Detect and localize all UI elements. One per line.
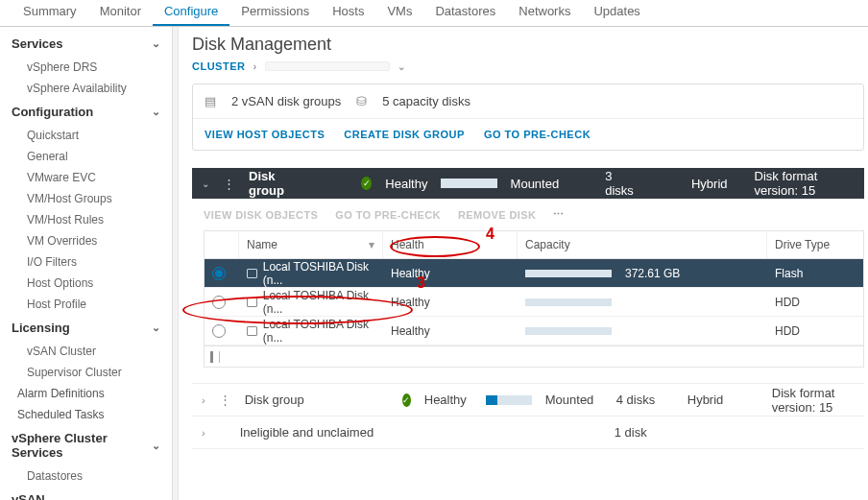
tab-vms[interactable]: VMs [375, 0, 423, 26]
tab-summary[interactable]: Summary [12, 0, 88, 26]
tab-permissions[interactable]: Permissions [229, 0, 321, 26]
summary-type: Hybrid [687, 393, 745, 407]
nav-i-o-filters[interactable]: I/O Filters [0, 251, 172, 273]
disk-name: Local TOSHIBA Disk (n... [263, 260, 375, 287]
more-actions-icon[interactable]: ⋮ [219, 393, 231, 407]
table-footer [205, 345, 863, 367]
tab-hosts[interactable]: Hosts [321, 0, 375, 26]
sort-icon[interactable]: ▾ [369, 238, 374, 251]
nav-alarm-definitions[interactable]: Alarm Definitions [0, 383, 172, 404]
nav-datastores[interactable]: Datastores [0, 465, 172, 487]
panel-action-go-to-pre-check[interactable]: GO TO PRE-CHECK [335, 209, 441, 221]
nav-general[interactable]: General [0, 146, 172, 167]
action-create-disk-group[interactable]: CREATE DISK GROUP [344, 129, 465, 140]
capacity-disks-count: 5 capacity disks [382, 94, 470, 108]
summary-disks: 4 disks [616, 393, 674, 407]
info-card: ▤ 2 vSAN disk groups ⛁ 5 capacity disks … [192, 83, 864, 151]
disk-health: Healthy [391, 324, 430, 338]
tab-datastores[interactable]: Datastores [423, 0, 507, 26]
disk-icon [247, 326, 257, 336]
chevron-right-icon[interactable]: › [202, 427, 205, 439]
chevron-down-icon: ⌄ [152, 493, 160, 500]
nav-vm-host-groups[interactable]: VM/Host Groups [0, 188, 172, 209]
band-status: Healthy [385, 177, 427, 191]
status-healthy-icon: ✓ [402, 393, 411, 407]
chevron-down-icon: ⌄ [152, 440, 160, 452]
chevron-right-icon[interactable]: › [202, 394, 205, 406]
chevron-down-icon: ⌄ [152, 321, 160, 334]
summary-row[interactable]: ›Ineligible and unclaimed1 disk [192, 417, 864, 449]
summary-format: Disk format version: 15 [772, 386, 855, 415]
capacity-label: 372.61 GB [625, 267, 680, 280]
summary-mounted: Mounted [545, 393, 603, 407]
chevron-down-icon[interactable]: ⌄ [202, 179, 209, 189]
breadcrumb-current[interactable] [265, 61, 390, 71]
disk-icon [247, 269, 257, 278]
panel-actions: VIEW DISK OBJECTSGO TO PRE-CHECKREMOVE D… [192, 199, 868, 230]
nav-vsphere-availability[interactable]: vSphere Availability [0, 78, 172, 99]
col-capacity[interactable]: Capacity [518, 231, 767, 258]
page-title: Disk Management [192, 35, 868, 55]
band-progress [441, 179, 496, 188]
disk-group-expanded-header[interactable]: ⌄ ⋮ Disk group ✓ Healthy Mounted 3 disks… [192, 168, 864, 199]
info-actions: VIEW HOST OBJECTSCREATE DISK GROUPGO TO … [193, 119, 863, 150]
disk-name: Local TOSHIBA Disk (n... [263, 318, 375, 345]
row-radio[interactable] [212, 324, 226, 338]
capacity-bar [525, 270, 612, 277]
column-toggle-icon[interactable] [210, 351, 220, 363]
tab-networks[interactable]: Networks [507, 0, 582, 26]
summary-progress [486, 395, 532, 405]
nav-scheduled-tasks[interactable]: Scheduled Tasks [0, 404, 172, 425]
chevron-down-icon[interactable]: ⌄ [398, 61, 406, 72]
sidebar: Services⌄vSphere DRSvSphere Availability… [0, 27, 173, 500]
summary-label: Ineligible and unclaimed [240, 425, 384, 440]
section-licensing[interactable]: Licensing⌄ [0, 315, 172, 341]
chevron-down-icon: ⌄ [152, 37, 160, 50]
tab-monitor[interactable]: Monitor [88, 0, 153, 26]
breadcrumb-root[interactable]: CLUSTER [192, 60, 245, 72]
table-row[interactable]: Local TOSHIBA Disk (n...Healthy372.61 GB… [205, 259, 863, 288]
col-name[interactable]: Name ▾ [239, 231, 383, 258]
table-row[interactable]: Local TOSHIBA Disk (n...HealthyHDD [205, 317, 863, 345]
capacity-bar [525, 327, 612, 335]
nav-quickstart[interactable]: Quickstart [0, 125, 172, 146]
summary-row[interactable]: ›⋮Disk group✓HealthyMounted4 disksHybrid… [192, 384, 864, 417]
tab-updates[interactable]: Updates [582, 0, 651, 26]
section-vsphere-cluster-services[interactable]: vSphere Cluster Services⌄ [0, 425, 172, 465]
tab-configure[interactable]: Configure [153, 0, 229, 26]
disk-group-icon: ▤ [205, 94, 216, 108]
nav-supervisor-cluster[interactable]: Supervisor Cluster [0, 362, 172, 383]
col-health[interactable]: Health [383, 231, 518, 258]
table-row[interactable]: Local TOSHIBA Disk (n...HealthyHDD [205, 288, 863, 317]
nav-vmware-evc[interactable]: VMware EVC [0, 167, 172, 188]
panel-action-view-disk-objects[interactable]: VIEW DISK OBJECTS [204, 209, 318, 221]
nav-host-profile[interactable]: Host Profile [0, 294, 172, 315]
section-configuration[interactable]: Configuration⌄ [0, 99, 172, 125]
more-horizontal-icon[interactable]: ⋯ [553, 208, 564, 221]
row-radio[interactable] [212, 267, 226, 280]
nav-vm-overrides[interactable]: VM Overrides [0, 230, 172, 251]
disk-name: Local TOSHIBA Disk (n... [263, 289, 375, 316]
status-healthy-icon: ✓ [361, 177, 372, 190]
col-drive[interactable]: Drive Type [767, 231, 863, 258]
section-services[interactable]: Services⌄ [0, 31, 172, 57]
action-view-host-objects[interactable]: VIEW HOST OBJECTS [205, 129, 325, 140]
nav-vm-host-rules[interactable]: VM/Host Rules [0, 209, 172, 230]
row-radio[interactable] [212, 296, 226, 309]
band-type: Hybrid [691, 177, 728, 191]
action-go-to-pre-check[interactable]: GO TO PRE-CHECK [484, 129, 591, 140]
nav-host-options[interactable]: Host Options [0, 273, 172, 294]
summary-status: Healthy [424, 393, 472, 407]
breadcrumb[interactable]: CLUSTER › ⌄ [192, 60, 868, 72]
main-content: Disk Management CLUSTER › ⌄ ▤ 2 vSAN dis… [179, 27, 868, 500]
section-vsan[interactable]: vSAN⌄ [0, 487, 172, 500]
disk-table: Name ▾ Health Capacity Drive Type Local … [204, 230, 864, 368]
nav-vsphere-drs[interactable]: vSphere DRS [0, 57, 172, 78]
more-actions-icon[interactable]: ⋮ [223, 177, 235, 191]
top-tabs: SummaryMonitorConfigurePermissionsHostsV… [0, 0, 868, 27]
band-label: Disk group [249, 169, 300, 198]
panel-action-remove-disk[interactable]: REMOVE DISK [458, 209, 536, 221]
nav-vsan-cluster[interactable]: vSAN Cluster [0, 341, 172, 362]
summary-rows: ›⋮Disk group✓HealthyMounted4 disksHybrid… [192, 383, 864, 449]
disk-icon [247, 298, 257, 307]
